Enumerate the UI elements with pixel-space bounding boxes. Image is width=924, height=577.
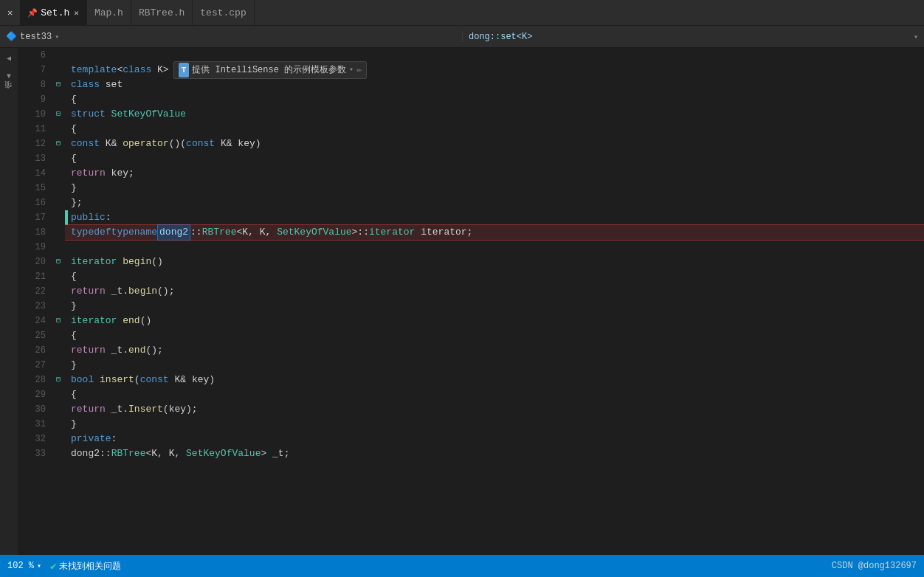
line-number: 28 [18,373,46,387]
code-token: (); [157,284,174,299]
intellisense-edit-icon[interactable]: ✏ [356,63,362,77]
line-number: 32 [18,432,46,446]
fold-marker[interactable]: ⊟ [52,137,65,151]
intellisense-t-label: T [179,63,190,77]
sidebar-collapse-icon[interactable]: ◀ [1,51,16,66]
code-token: & [180,373,186,387]
code-line: }; [65,196,924,210]
fold-marker [52,343,65,358]
line-number: 11 [18,122,46,137]
code-token: . [123,343,128,358]
fold-marker[interactable]: ⊟ [52,107,65,122]
code-token: _t [106,343,123,358]
line-number: 8 [18,77,46,92]
filepath-scope-dropdown-icon[interactable]: ▾ [914,32,918,41]
code-token: } [71,299,77,314]
code-line: } [65,299,924,314]
line-number: 25 [18,328,46,343]
code-token: { [71,122,77,137]
code-line [65,48,924,63]
fold-marker [52,284,65,299]
intellisense-tooltip[interactable]: T提供 IntelliSense 的示例模板参数▾✏ [173,61,368,79]
tab-seth-close[interactable]: ✕ [74,8,79,18]
fold-marker [52,225,65,240]
status-zoom-dropdown-icon[interactable]: ▾ [37,562,41,570]
code-token: { [71,151,77,166]
fold-marker [52,446,65,461]
line-numbers: 6789101112131415161718192021222324252627… [18,48,52,555]
line-number: 7 [18,63,46,77]
code-token: ) [209,373,215,387]
tab-maph[interactable]: Map.h [87,0,131,26]
code-line: template<class K>T提供 IntelliSense 的示例模板参… [65,63,924,77]
code-line: struct SetKeyOfValue [65,107,924,122]
code-line: { [65,122,924,137]
line-number: 27 [18,358,46,373]
tab-rbtreeh[interactable]: RBTree.h [131,0,193,26]
code-token: { [71,269,77,284]
code-line: dong2::RBTree<K, K, SetKeyOfValue> _t; [65,446,924,461]
filepath-dropdown-icon[interactable]: ▾ [55,32,59,41]
sidebar-expand-icon[interactable]: ▼ [1,69,16,83]
tab-rbtreeh-label: RBTree.h [139,7,185,18]
code-token: const [140,373,169,387]
code-token: . [123,402,128,417]
filepath-scope: dong::set<K> [469,32,532,42]
code-token: ( [180,137,186,151]
close-panel-icon[interactable]: ✕ [3,4,17,21]
filepath-right: dong::set<K> ▾ [462,32,918,42]
line-number: 23 [18,299,46,314]
sidebar-icons: ◀ ▼ 个项 [0,48,18,555]
code-line: class set [65,77,924,92]
fold-marker [52,402,65,417]
status-check: ✔ 未找到相关问题 [50,560,121,573]
fold-marker[interactable]: ⊟ [52,314,65,328]
fold-marker [52,196,65,210]
code-token [117,255,123,269]
fold-marker [52,92,65,107]
code-token: () [151,255,163,269]
code-line: iterator end() [65,314,924,328]
fold-marker [52,417,65,432]
tab-testcpp[interactable]: test.cpp [193,0,254,26]
code-line: return _t.begin(); [65,284,924,299]
line-number: 15 [18,181,46,196]
line-number: 26 [18,343,46,358]
code-token: const [71,137,100,151]
tab-seth-label: Set.h [41,7,69,18]
tab-maph-label: Map.h [94,7,123,18]
fold-marker [52,387,65,402]
code-token: return [71,284,106,299]
intellisense-text: 提供 IntelliSense 的示例模板参数 [192,63,346,77]
fold-marker [52,48,65,63]
code-token: public [71,210,106,225]
code-token: > _t; [261,446,289,461]
sidebar-label: 个项 [4,92,14,95]
line-number: 16 [18,196,46,210]
line-number: 13 [18,151,46,166]
code-area[interactable]: template<class K>T提供 IntelliSense 的示例模板参… [65,48,924,555]
fold-marker[interactable]: ⊟ [52,255,65,269]
status-zoom[interactable]: 102 % ▾ [7,561,41,571]
fold-marker[interactable]: ⊟ [52,373,65,387]
editor-container: ◀ ▼ 个项 678910111213141516171819202122232… [0,48,924,555]
intellisense-dropdown-icon[interactable]: ▾ [349,63,354,77]
tab-bar-left: ✕ [0,4,20,21]
code-token: key [186,373,209,387]
code-token: . [123,284,128,299]
code-token: & [111,137,117,151]
code-token: key [232,137,255,151]
code-token: return [71,166,106,181]
code-token: insert [100,373,134,387]
code-token: () [140,314,152,328]
code-token [117,314,123,328]
line-number: 17 [18,210,46,225]
code-token: dong2 [71,446,100,461]
line-number: 18 [18,225,46,240]
code-token: begin [123,255,151,269]
code-line: typedef typename dong2::RBTree<K, K, Set… [65,225,924,240]
tab-seth[interactable]: 📌 Set.h ✕ [20,0,87,26]
line-number: 9 [18,92,46,107]
line-number: 24 [18,314,46,328]
fold-marker[interactable]: ⊟ [52,77,65,92]
